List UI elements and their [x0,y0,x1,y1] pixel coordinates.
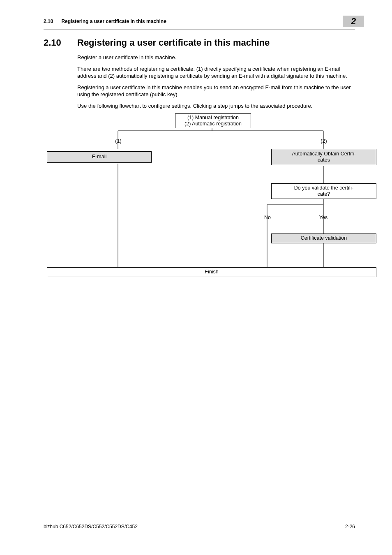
paragraph-3: Registering a user certificate in this m… [77,84,351,98]
flowchart-start-box: (1) Manual registration (2) Automatic re… [175,113,251,128]
footer-page-number: 2-26 [345,524,355,530]
flowchart-auto-obtain-line2: cates [318,157,330,164]
flowchart-branch-label-1: (1) [113,138,123,144]
page-header: 2.10 Registering a user certificate in t… [44,16,355,30]
header-left: 2.10 Registering a user certificate in t… [44,18,166,24]
paragraph-2: There are two methods of registering a c… [77,65,351,80]
section-number: 2.10 [44,37,77,48]
paragraph-4: Use the following flowchart to configure… [77,102,351,110]
section-heading: 2.10 Registering a user certificate in t… [44,37,355,48]
chapter-number: 2 [351,16,356,27]
page-footer: bizhub C652/C652DS/C552/C552DS/C452 2-26 [44,521,355,530]
flowchart-cert-validation-box[interactable]: Certificate validation [271,234,376,243]
flowchart-start-line2: (2) Automatic registration [184,121,242,127]
flowchart-auto-obtain-box[interactable]: Automatically Obtain Certifi- cates [271,149,376,165]
flowchart-no-label: No [261,215,274,220]
flowchart-email-box[interactable]: E-mail [47,151,152,163]
flowchart: (1) Manual registration (2) Automatic re… [44,113,355,286]
flowchart-email-label: E-mail [92,154,106,160]
header-section-title: Registering a user certificate in this m… [61,18,166,24]
flowchart-branch-label-2: (2) [319,138,329,144]
chapter-number-tab: 2 [343,16,364,27]
flowchart-validate-line2: cate? [318,191,330,198]
header-section-number: 2.10 [44,18,53,24]
flowchart-finish-box: Finish [47,267,376,277]
flowchart-yes-label: Yes [317,215,330,220]
paragraph-1: Register a user certificate in this mach… [77,54,351,61]
flowchart-validate-line1: Do you validate the certifi- [294,185,354,192]
flowchart-auto-obtain-line1: Automatically Obtain Certifi- [292,151,356,157]
flowchart-start-line1: (1) Manual registration [187,115,239,121]
section-title: Registering a user certificate in this m… [77,37,270,48]
flowchart-connectors [44,113,356,286]
flowchart-finish-label: Finish [205,269,218,275]
footer-model: bizhub C652/C652DS/C552/C552DS/C452 [44,524,138,530]
flowchart-cert-validation-label: Certificate validation [301,235,347,242]
body-text: Register a user certificate in this mach… [77,54,351,109]
flowchart-validate-box: Do you validate the certifi- cate? [271,183,376,199]
